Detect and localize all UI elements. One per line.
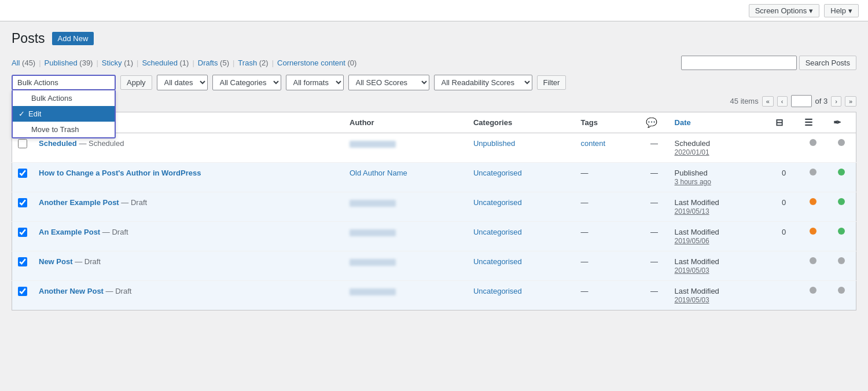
screen-options-button[interactable]: Screen Options ▾ xyxy=(749,4,820,17)
filters-row: All (45)|Published (39)|Sticky (1)|Sched… xyxy=(12,56,856,70)
date-cell: Last Modified 2019/05/13 xyxy=(669,192,770,222)
date-cell: Scheduled 2020/01/01 xyxy=(669,133,770,163)
post-status-suffix: — Draft xyxy=(121,198,147,207)
row-checkbox[interactable] xyxy=(18,287,27,296)
readability-filter[interactable]: All Readability Scores xyxy=(434,75,532,90)
formats-filter[interactable]: All formats xyxy=(286,75,344,90)
date-label: Published xyxy=(675,169,708,177)
tags-dash: — xyxy=(581,169,589,177)
seo-filter[interactable]: All SEO Scores xyxy=(348,75,429,90)
status-link-drafts[interactable]: Drafts (5) xyxy=(198,59,229,67)
screen-options-label: Screen Options xyxy=(755,6,807,15)
readability-dot xyxy=(838,228,845,235)
comments-header: 💬 xyxy=(640,112,669,133)
comments-value: — xyxy=(650,228,658,236)
category-link[interactable]: Uncategorised xyxy=(473,287,522,295)
bulk-actions-row: Bulk Actions Bulk Actions✓EditMove to Tr… xyxy=(12,75,856,90)
seo-dot xyxy=(810,198,816,205)
search-input[interactable] xyxy=(681,56,797,70)
last-page-button[interactable]: » xyxy=(845,96,856,107)
date-value: 2019/05/06 xyxy=(675,237,709,245)
items-count: 45 items xyxy=(730,97,759,105)
comments-value: — xyxy=(650,287,658,295)
tags-cell: — xyxy=(575,163,640,192)
help-button[interactable]: Help ▾ xyxy=(824,4,859,17)
title-cell: How to Change a Post's Author in WordPre… xyxy=(33,163,344,192)
post-title-link[interactable]: How to Change a Post's Author in WordPre… xyxy=(39,169,201,177)
comments-cell: — xyxy=(640,163,669,192)
author-link[interactable]: Old Author Name xyxy=(350,169,407,177)
author-cell xyxy=(344,192,468,222)
score-cell: 0 xyxy=(770,222,799,251)
post-title-link[interactable]: An Example Post xyxy=(39,228,100,236)
category-link[interactable]: Uncategorised xyxy=(473,169,522,177)
status-link-all[interactable]: All (45) xyxy=(12,59,35,67)
category-link[interactable]: Unpublished xyxy=(473,139,515,148)
dates-filter[interactable]: All dates xyxy=(157,75,208,90)
dropdown-item-bulk[interactable]: Bulk Actions xyxy=(13,90,115,106)
first-page-button[interactable]: « xyxy=(762,96,774,107)
readability-icon: ✒ xyxy=(833,118,841,127)
author-blurred xyxy=(350,141,396,148)
add-new-button[interactable]: Add New xyxy=(52,32,94,45)
prev-page-button[interactable]: ‹ xyxy=(777,96,788,107)
status-link-scheduled[interactable]: Scheduled (1) xyxy=(142,59,189,67)
search-posts-button[interactable]: Search Posts xyxy=(799,56,856,70)
category-link[interactable]: Uncategorised xyxy=(473,228,522,236)
score-cell: 0 xyxy=(770,163,799,192)
category-link[interactable]: Uncategorised xyxy=(473,198,522,207)
score-cell xyxy=(770,281,799,310)
category-link[interactable]: Uncategorised xyxy=(473,257,522,266)
row-checkbox-cell xyxy=(12,163,34,192)
next-page-button[interactable]: › xyxy=(831,96,841,107)
filter-button[interactable]: Filter xyxy=(537,75,567,90)
row-checkbox[interactable] xyxy=(18,198,27,207)
row-checkbox[interactable] xyxy=(18,139,27,148)
post-status-suffix: — Draft xyxy=(106,287,132,295)
seo-dot-cell xyxy=(799,222,827,251)
table-row: How to Change a Post's Author in WordPre… xyxy=(12,163,856,192)
row-checkbox[interactable] xyxy=(18,228,27,237)
help-label: Help xyxy=(830,6,846,15)
date-label: Last Modified xyxy=(675,257,719,266)
screen-options-chevron-icon: ▾ xyxy=(809,6,813,15)
score-cell: 0 xyxy=(770,192,799,222)
status-sep: | xyxy=(39,59,41,67)
tag-link[interactable]: content xyxy=(581,139,606,148)
author-blurred xyxy=(350,288,396,295)
status-link-trash[interactable]: Trash (2) xyxy=(238,59,268,67)
author-blurred xyxy=(350,200,396,207)
comments-icon: 💬 xyxy=(646,118,657,127)
status-link-published[interactable]: Published (39) xyxy=(45,59,93,67)
table-header-row: Title Author Categories Tags 💬 Date xyxy=(12,112,856,133)
dropdown-item-edit[interactable]: ✓Edit xyxy=(13,106,115,122)
comments-cell: — xyxy=(640,251,669,281)
score-value: 0 xyxy=(782,228,786,236)
readability-dot xyxy=(838,287,845,294)
seo-dot xyxy=(810,257,816,264)
apply-button[interactable]: Apply xyxy=(120,75,152,90)
row-checkbox[interactable] xyxy=(18,257,27,266)
score-header: ⊟ xyxy=(770,112,799,133)
date-header[interactable]: Date xyxy=(669,112,770,133)
row-checkbox[interactable] xyxy=(18,169,27,178)
dropdown-item-trash[interactable]: Move to Trash xyxy=(13,122,115,137)
tags-dash: — xyxy=(581,228,589,236)
comments-cell: — xyxy=(640,222,669,251)
categories-filter[interactable]: All Categories xyxy=(212,75,281,90)
post-title-link[interactable]: Scheduled xyxy=(39,139,77,148)
bulk-actions-trigger[interactable]: Bulk Actions xyxy=(12,75,116,90)
comments-cell: — xyxy=(640,192,669,222)
page-number-input[interactable]: 1 xyxy=(791,95,812,107)
post-title-link[interactable]: Another New Post xyxy=(39,287,104,295)
comments-value: — xyxy=(650,198,658,207)
status-link-cornerstone-content[interactable]: Cornerstone content (0) xyxy=(277,59,356,67)
help-chevron-icon: ▾ xyxy=(848,6,852,15)
comments-value: — xyxy=(650,257,658,266)
author-cell xyxy=(344,281,468,310)
comments-cell: — xyxy=(640,133,669,163)
status-sep: | xyxy=(233,59,234,67)
status-link-sticky[interactable]: Sticky (1) xyxy=(102,59,133,67)
post-title-link[interactable]: New Post xyxy=(39,257,73,266)
post-title-link[interactable]: Another Example Post xyxy=(39,198,119,207)
